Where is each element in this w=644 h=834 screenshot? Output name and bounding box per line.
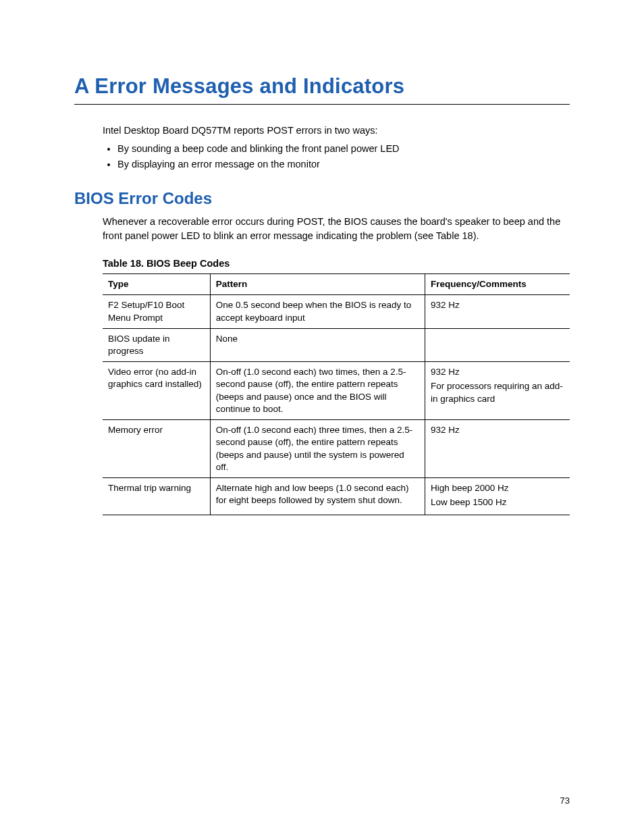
page-content: A Error Messages and Indicators Intel De… (0, 0, 644, 556)
section-block: Whenever a recoverable error occurs duri… (103, 215, 570, 515)
intro-bullet-item: By sounding a beep code and blinking the… (117, 142, 570, 156)
cell-pattern: On-off (1.0 second each) two times, then… (210, 362, 425, 420)
bios-beep-codes-table: Type Pattern Frequency/Comments F2 Setup… (103, 273, 570, 515)
table-header-row: Type Pattern Frequency/Comments (103, 274, 570, 295)
table-caption: Table 18. BIOS Beep Codes (103, 257, 570, 271)
table-row: BIOS update in progress None (103, 328, 570, 361)
section-heading: BIOS Error Codes (74, 189, 570, 208)
table-row: F2 Setup/F10 Boot Menu Prompt One 0.5 se… (103, 295, 570, 328)
table-row: Video error (no add-in graphics card ins… (103, 362, 570, 420)
cell-freq: 932 Hz (425, 295, 570, 328)
cell-type: Memory error (103, 420, 210, 478)
page-number: 73 (560, 796, 570, 806)
table-header-freq: Frequency/Comments (425, 274, 570, 295)
cell-freq: 932 Hz (425, 420, 570, 478)
intro-paragraph: Intel Desktop Board DQ57TM reports POST … (103, 124, 570, 138)
cell-freq: High beep 2000 HzLow beep 1500 Hz (425, 477, 570, 515)
cell-pattern: Alternate high and low beeps (1.0 second… (210, 477, 425, 515)
cell-type: Video error (no add-in graphics card ins… (103, 362, 210, 420)
table-row: Thermal trip warning Alternate high and … (103, 477, 570, 515)
cell-pattern: One 0.5 second beep when the BIOS is rea… (210, 295, 425, 328)
cell-type: F2 Setup/F10 Boot Menu Prompt (103, 295, 210, 328)
cell-pattern: On-off (1.0 second each) three times, th… (210, 420, 425, 478)
appendix-letter: A (74, 74, 88, 98)
appendix-title-text: Error Messages and Indicators (95, 74, 404, 98)
table-row: Memory error On-off (1.0 second each) th… (103, 420, 570, 478)
intro-bullet-list: By sounding a beep code and blinking the… (103, 142, 570, 172)
cell-freq: 932 HzFor processors requiring an add-in… (425, 362, 570, 420)
cell-type: BIOS update in progress (103, 328, 210, 361)
table-header-type: Type (103, 274, 210, 295)
cell-freq (425, 328, 570, 361)
intro-bullet-item: By displaying an error message on the mo… (117, 157, 570, 172)
table-header-pattern: Pattern (210, 274, 425, 295)
intro-block: Intel Desktop Board DQ57TM reports POST … (103, 124, 570, 172)
appendix-heading: A Error Messages and Indicators (74, 74, 570, 99)
section-paragraph: Whenever a recoverable error occurs duri… (103, 215, 570, 243)
cell-pattern: None (210, 328, 425, 361)
heading-rule (74, 104, 570, 105)
cell-type: Thermal trip warning (103, 477, 210, 515)
